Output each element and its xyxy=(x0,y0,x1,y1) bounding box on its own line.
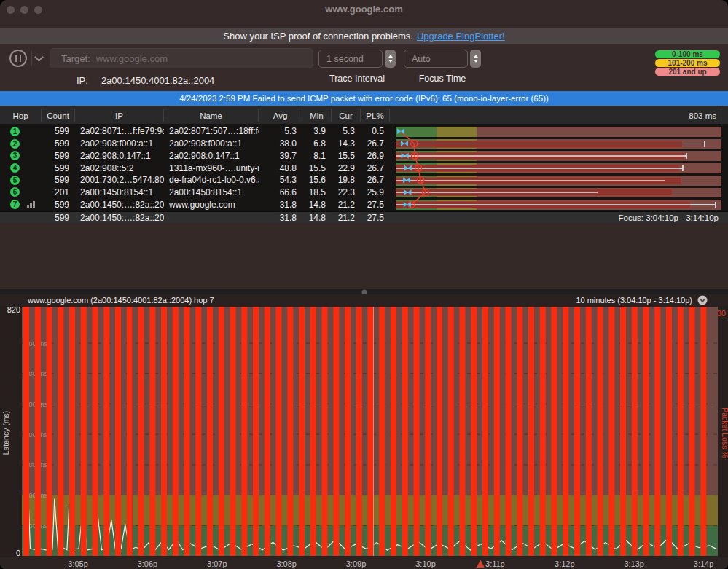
y2-max-label: 30 xyxy=(717,309,726,318)
target-inputbox[interactable]: Target: xyxy=(50,48,313,68)
x-tick-label: 3:06p xyxy=(138,560,158,568)
col-avg[interactable]: Avg xyxy=(259,109,302,122)
hop-name: 2a00:1450:8154::1 xyxy=(164,187,259,199)
focus-pl: 27.5 xyxy=(361,212,390,223)
col-hop[interactable]: Hop xyxy=(0,109,42,122)
legend-pill-2[interactable]: 201 and up xyxy=(655,68,720,76)
packet-loss-bar xyxy=(391,307,396,556)
col-cur[interactable]: Cur xyxy=(332,109,361,122)
x-tick-label: 3:05p xyxy=(68,560,88,568)
hop-count: 599 xyxy=(42,125,75,138)
focus-min: 14.8 xyxy=(302,212,332,223)
hop-avg: 38.0 xyxy=(259,138,302,150)
y2-axis-title: Packet Loss % xyxy=(721,407,728,458)
hop-number-badge: 2 xyxy=(10,139,20,149)
hop-minigraph xyxy=(396,174,721,187)
timeline-options-icon[interactable] xyxy=(698,296,708,305)
hop-min: 8.1 xyxy=(302,149,332,162)
trace-interval-select[interactable]: 1 second xyxy=(318,50,383,68)
col-ip[interactable]: IP xyxy=(75,109,164,122)
hop-cur: 22.3 xyxy=(332,187,361,199)
error-alert-bar: 4/24/2023 2:59 PM Failed to send ICMP pa… xyxy=(0,91,728,106)
hop-row-2[interactable]: 2 599 2a02:908:f000:a::1 2a02:908:f000:a… xyxy=(0,138,728,150)
hop-ip: 2a02:908::5:2 xyxy=(75,162,164,174)
y-min-label: 0 xyxy=(16,549,20,557)
hop-min: 3.9 xyxy=(302,125,332,138)
packet-loss-bar xyxy=(471,307,477,556)
timeline-panel[interactable]: www.google.com (2a00:1450:4001:82a::2004… xyxy=(0,294,728,569)
graph-shown-icon xyxy=(27,201,35,208)
hop-pl: 26.7 xyxy=(361,162,390,174)
hop-min: 6.8 xyxy=(302,138,332,150)
hop-avg: 54.3 xyxy=(259,174,302,187)
x-tick-label: 3:07p xyxy=(207,560,227,568)
packet-loss-bar xyxy=(345,307,351,556)
packet-loss-bar xyxy=(23,307,29,556)
packet-loss-bar xyxy=(654,307,660,556)
legend-pill-1[interactable]: 101-200 ms xyxy=(655,59,720,67)
timeline-chart[interactable]: www.google.com (2a00:1450:4001:82a::2004… xyxy=(0,294,728,569)
focus-range-label: Focus: 3:04:10p - 3:14:10p xyxy=(396,212,721,223)
packet-loss-bar xyxy=(149,307,155,556)
packet-loss-bar xyxy=(310,307,316,556)
hop-cur: 5.3 xyxy=(332,125,361,138)
hop-ip: 2a00:1450:8154::1 xyxy=(75,187,164,199)
packet-loss-bar xyxy=(368,307,374,556)
panel-splitter[interactable] xyxy=(0,289,728,294)
col-min[interactable]: Min xyxy=(302,109,332,122)
packet-loss-bar xyxy=(115,307,121,556)
focus-time-value: Auto xyxy=(412,54,431,64)
promo-text: Show your ISP proof of connection proble… xyxy=(223,31,413,42)
hop-avg: 39.7 xyxy=(259,149,302,162)
promo-banner: Show your ISP proof of connection proble… xyxy=(0,28,728,44)
hop-min: 15.6 xyxy=(302,174,332,187)
hop-row-5[interactable]: 5 599 2001:730:2…5474:8015 de-fra04d-rc1… xyxy=(0,174,728,187)
hop-row-7[interactable]: 7 599 2a00:1450:…:82a::2004 www.google.c… xyxy=(0,198,728,211)
packet-loss-bar xyxy=(127,307,133,556)
packet-loss-bar xyxy=(689,307,695,556)
chevron-down-icon[interactable] xyxy=(36,54,42,60)
splitter-handle-icon xyxy=(361,289,367,294)
x-tick-label: 3:11p xyxy=(485,560,505,568)
upgrade-link[interactable]: Upgrade PingPlotter! xyxy=(417,31,505,42)
hop-count: 599 xyxy=(42,162,75,174)
pause-button[interactable] xyxy=(9,50,27,67)
packet-loss-bar xyxy=(207,307,213,556)
packet-loss-bar xyxy=(47,307,52,556)
col-count[interactable]: Count xyxy=(42,109,75,122)
hop-name: 2a02:8071:507…:18ff:fe79:9c0c xyxy=(164,125,259,138)
focus-time-select[interactable]: Auto xyxy=(404,50,468,68)
hop-number-badge: 5 xyxy=(10,176,20,185)
packet-loss-bar xyxy=(333,307,339,556)
col-name[interactable]: Name xyxy=(164,109,259,122)
hop-name: de-fra04d-rc1-lo0-0.v6.aorta.net xyxy=(164,174,259,187)
x-tick-label: 3:14p xyxy=(694,560,714,568)
hop-cur: 14.3 xyxy=(332,138,361,150)
legend-pill-0[interactable]: 0-100 ms xyxy=(655,50,720,58)
hop-number-badge: 1 xyxy=(10,127,20,136)
y-axis-title: Latency (ms) xyxy=(1,411,10,455)
window-title: www.google.com xyxy=(0,4,728,15)
hop-row-4[interactable]: 4 599 2a02:908::5:2 1311a-mx960-….unity-… xyxy=(0,162,728,174)
target-input[interactable] xyxy=(96,53,278,64)
packet-loss-bar xyxy=(632,307,638,556)
col-pl[interactable]: PL% xyxy=(361,109,390,122)
packet-loss-bar xyxy=(620,307,626,556)
focus-time-stepper[interactable] xyxy=(470,50,481,68)
hop-row-6[interactable]: 6 201 2a00:1450:8154::1 2a00:1450:8154::… xyxy=(0,187,728,199)
hop-pl: 26.7 xyxy=(361,138,390,150)
trace-table-header: Hop Count IP Name Avg Min Cur PL% 803 ms xyxy=(0,106,728,125)
trace-panel-empty-area xyxy=(0,223,728,289)
latency-legend: 0-100 ms101-200 ms201 and up xyxy=(655,50,720,76)
hop-count: 599 xyxy=(42,138,75,150)
hop-row-3[interactable]: 3 599 2a02:908:0:147::1 2a02:908:0:147::… xyxy=(0,149,728,162)
packet-loss-bar xyxy=(552,307,557,556)
hop-number-badge: 7 xyxy=(10,200,20,209)
trace-interval-stepper[interactable] xyxy=(385,50,396,68)
scale-max-label: 803 ms xyxy=(396,109,721,122)
packet-loss-bar xyxy=(356,307,362,556)
packet-loss-bar xyxy=(608,307,614,556)
error-alert-text: 4/24/2023 2:59 PM Failed to send ICMP pa… xyxy=(179,94,549,103)
hop-row-1[interactable]: 1 599 2a02:8071:…f:fe79:9c0c 2a02:8071:5… xyxy=(0,125,728,138)
packet-loss-bar xyxy=(287,307,293,556)
